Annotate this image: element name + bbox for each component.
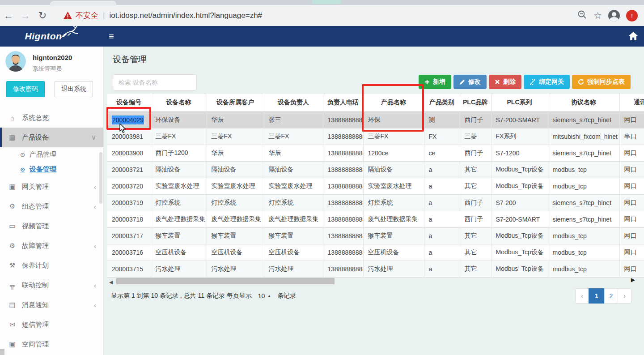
table-cell: 灯控系统 — [151, 194, 207, 211]
home-icon: ⌂ — [8, 114, 16, 122]
table-row[interactable]: 200003721隔油设备隔油设备隔油设备13888888888隔油设备a其它M… — [107, 161, 644, 178]
table-cell: Modbus_Tcp设备 — [491, 227, 548, 244]
selected-device-id[interactable]: 200004029 — [112, 115, 144, 124]
page-button-›[interactable]: › — [618, 288, 631, 304]
force-sync-button[interactable]: 强制同步点表 — [572, 75, 631, 89]
edit-button[interactable]: 修改 — [453, 75, 487, 89]
table-row[interactable]: 200004029环保设备华辰张三13888888888环保测西门子S7-200… — [107, 111, 644, 128]
hscroll-left-arrow-icon[interactable]: ◀ — [109, 279, 113, 285]
table-cell: 张三 — [264, 111, 323, 128]
table-cell: 其它 — [460, 261, 491, 277]
sidebar-item-config[interactable]: ⚙组态管理‹ — [0, 197, 103, 216]
column-header[interactable]: 设备负责人 — [264, 94, 323, 111]
browser-chrome: ← → ↻ 不安全 | iot.idosp.net/admin/index.ht… — [0, 0, 644, 26]
column-header[interactable]: 设备编号 — [107, 94, 151, 111]
table-cell: 污水处理 — [264, 261, 323, 277]
address-bar[interactable]: 不安全 | iot.idosp.net/admin/index.html?lan… — [64, 10, 577, 21]
search-input[interactable] — [113, 74, 197, 90]
browser-profile-avatar[interactable] — [608, 10, 620, 21]
column-header[interactable]: 通讯方式 — [619, 94, 644, 111]
sidebar-item-video[interactable]: ▭视频管理 — [0, 216, 103, 236]
sidebar-subitem-device-mgmt[interactable]: ⊙设备管理 — [0, 162, 103, 177]
table-cell: 三菱 — [460, 128, 491, 145]
zoom-out-icon[interactable] — [577, 10, 587, 21]
table-cell: 隔油设备 — [207, 161, 264, 178]
caret-up-icon: ▲ — [267, 294, 271, 298]
sidebar-item-maintain[interactable]: ⚒保养计划 — [0, 256, 103, 275]
sidebar-item-sms[interactable]: ✉短信管理 — [0, 315, 103, 334]
url-text: iot.idosp.net/admin/index.html?language=… — [109, 11, 262, 20]
pagination-summary: 显示第 1 到第 10 条记录 , 总共 11 条记录 每页显示 10 ▲ 条记… — [111, 292, 296, 300]
table-cell: a — [424, 227, 460, 244]
page-button-2[interactable]: 2 — [604, 288, 618, 304]
table-cell: a — [424, 244, 460, 261]
sidebar-subitem-product-mgmt[interactable]: ⊙产品管理 — [0, 147, 103, 162]
column-header[interactable]: 负责人电话 — [323, 94, 363, 111]
table-cell: 污水处理 — [363, 261, 424, 277]
user-role: 系统管理员 — [33, 65, 72, 73]
table-row[interactable]: 200003981三菱FX三菱FX三菱FX13888888888三菱FXFX三菱… — [107, 128, 644, 145]
sidebar-item-message[interactable]: ▤消息通知‹ — [0, 295, 103, 315]
x-icon — [495, 79, 500, 85]
column-header[interactable]: 产品名称 — [363, 94, 424, 111]
sidebar-item-gateway[interactable]: ▣网关管理‹ — [0, 177, 103, 197]
change-password-button[interactable]: 修改密码 — [6, 81, 45, 97]
browser-update-icon[interactable]: ↑ — [626, 10, 638, 21]
table-cell: 猴车装置 — [363, 227, 424, 244]
horizontal-scrollbar-thumb[interactable] — [116, 278, 335, 284]
column-header[interactable]: 设备名称 — [151, 94, 207, 111]
table-row[interactable]: 200003716空压机设备空压机设备空压机设备13888888888空压机设备… — [107, 244, 644, 261]
sidebar-item-label: 联动控制 — [22, 281, 49, 290]
page-button-1[interactable]: 1 — [589, 288, 605, 304]
logout-button[interactable]: 退出系统 — [55, 81, 93, 97]
column-header[interactable]: PLC系列 — [491, 94, 548, 111]
table-cell: 13888888888 — [323, 194, 363, 211]
table-cell: 废气处理数据采集 — [363, 211, 424, 227]
table-cell: a — [424, 161, 460, 178]
chevron-icon: ‹ — [94, 301, 96, 309]
table-row[interactable]: 200003715污水处理污水处理污水处理13888888888污水处理a其它M… — [107, 261, 644, 277]
user-avatar[interactable] — [5, 51, 26, 72]
sidebar-item-fault[interactable]: ⚙故障管理‹ — [0, 236, 103, 256]
pagination-summary-suffix: 条记录 — [277, 292, 296, 300]
bookmark-star-icon[interactable]: ☆ — [593, 10, 602, 21]
table-row[interactable]: 200003720实验室废水处理实验室废水处理实验室废水处理1388888888… — [107, 178, 644, 194]
delete-button[interactable]: 删除 — [489, 75, 521, 89]
table-cell: 废气处理数据采集 — [151, 211, 207, 227]
sidebar-item-overview[interactable]: ⌂系统总览 — [0, 108, 103, 128]
table-cell: modbus_tcp — [548, 261, 619, 277]
sidebar-item-label: 故障管理 — [22, 242, 49, 250]
sidebar-item-product[interactable]: ▤产品设备∨ — [0, 128, 103, 147]
table-cell: 网口 — [619, 111, 644, 128]
table-row[interactable]: 200003718废气处理数据采集废气处理数据采集废气处理数据采集1388888… — [107, 211, 644, 227]
table-row[interactable]: 200003900西门子1200华辰华辰138888888881200cece西… — [107, 145, 644, 161]
page-button-‹[interactable]: ‹ — [575, 288, 589, 304]
table-row[interactable]: 200003717猴车装置猴车装置猴车装置13888888888猴车装置a其它M… — [107, 227, 644, 244]
back-icon[interactable]: ← — [0, 10, 17, 21]
hscroll-right-arrow-icon[interactable]: ▶ — [631, 277, 635, 283]
column-header[interactable]: 协议名称 — [548, 94, 619, 111]
column-header[interactable]: 产品类别 — [424, 94, 460, 111]
forward-icon[interactable]: → — [17, 10, 34, 21]
sidebar-scrollbar[interactable] — [99, 152, 102, 204]
reload-icon[interactable]: ↻ — [34, 10, 51, 21]
bind-gateway-button[interactable]: 绑定网关 — [524, 75, 570, 89]
table-cell: 200003719 — [107, 194, 151, 211]
home-icon[interactable] — [629, 32, 638, 42]
add-button[interactable]: 新增 — [419, 75, 451, 89]
table-cell: 隔油设备 — [264, 161, 323, 178]
table-row[interactable]: 200003719灯控系统灯控系统灯控系统13888888888灯控系统a西门子… — [107, 194, 644, 211]
page-size-dropdown[interactable]: 10 ▲ — [258, 292, 271, 299]
sidebar-item-space[interactable]: ▣空间管理 — [0, 334, 103, 354]
table-cell: 13888888888 — [323, 161, 363, 178]
table-cell: 实验室废水处理 — [363, 178, 424, 194]
sidebar-item-linkage[interactable]: ╦联动控制‹ — [0, 275, 103, 295]
sidebar-item-label: 组态管理 — [22, 202, 49, 211]
table-cell: a — [424, 178, 460, 194]
column-header[interactable]: 设备所属客户 — [207, 94, 264, 111]
table-cell: 13888888888 — [323, 178, 363, 194]
column-header[interactable]: PLC品牌 — [460, 94, 491, 111]
pagination-summary-prefix: 显示第 1 到第 10 条记录 , 总共 11 条记录 每页显示 — [111, 292, 252, 300]
table-header-row: 设备编号设备名称设备所属客户设备负责人负责人电话产品名称产品类别PLC品牌PLC… — [107, 94, 644, 111]
sidebar-toggle-icon[interactable]: ≡ — [109, 31, 114, 42]
